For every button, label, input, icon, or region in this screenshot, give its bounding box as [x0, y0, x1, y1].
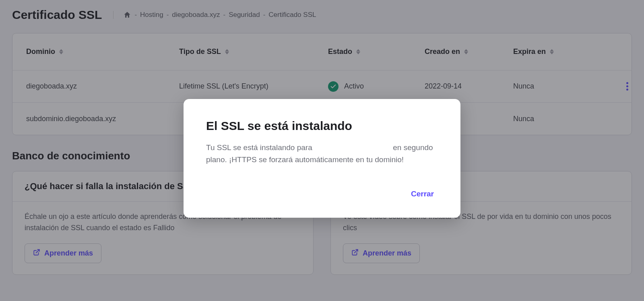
modal-body: Tu SSL se está instalando para en segund…	[206, 142, 438, 166]
modal-actions: Cerrar	[206, 186, 438, 202]
close-button[interactable]: Cerrar	[407, 186, 438, 202]
modal-title: El SSL se está instalando	[206, 119, 438, 133]
modal-overlay[interactable]: El SSL se está instalando Tu SSL se está…	[0, 0, 644, 301]
ssl-installing-modal: El SSL se está instalando Tu SSL se está…	[184, 99, 460, 218]
